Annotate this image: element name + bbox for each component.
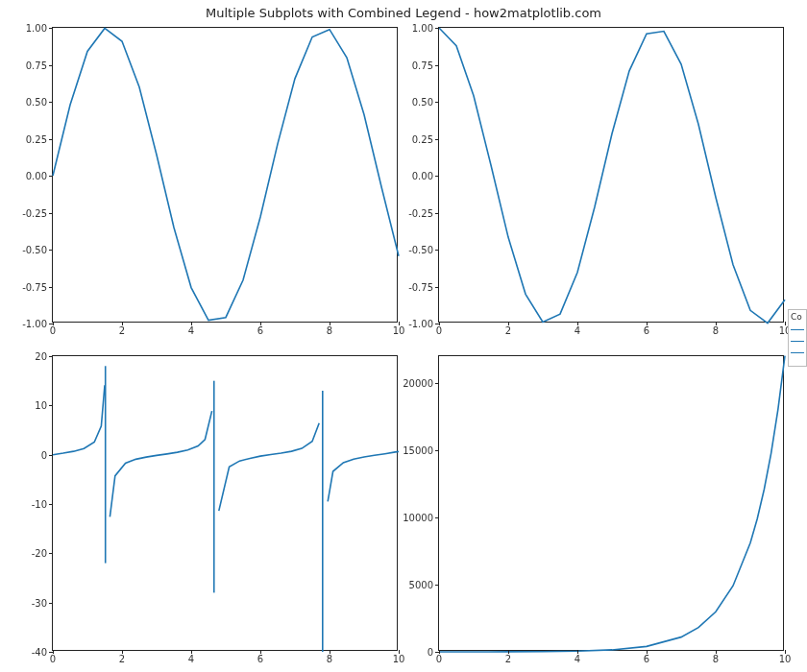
legend-swatch <box>791 329 804 330</box>
x-tick-label: 6 <box>644 654 649 664</box>
y-tick-label: -0.25 <box>408 207 433 218</box>
legend-row <box>791 324 806 335</box>
x-tick-label: 2 <box>119 654 125 664</box>
y-tick-label: 0.25 <box>26 133 47 144</box>
y-tick-label: -1.00 <box>22 319 47 329</box>
y-tick-label: 0 <box>428 647 433 658</box>
x-tick-label: 4 <box>575 325 580 336</box>
y-tick-label: 1.00 <box>412 23 433 34</box>
y-tick-label: -0.25 <box>22 207 47 218</box>
subplot-bottom-right: 024681005000100001500020000 <box>438 355 784 651</box>
y-tick-label: -0.50 <box>22 245 47 255</box>
y-tick-label: 0.00 <box>26 171 47 181</box>
y-tick-label: 10000 <box>403 513 433 523</box>
x-tick-label: 4 <box>575 654 580 664</box>
x-tick-label: 8 <box>327 325 332 336</box>
x-tick-label: 10 <box>393 325 405 336</box>
y-tick-label: 0.50 <box>26 97 47 108</box>
x-tick-label: 8 <box>713 654 719 664</box>
y-tick-label: 5000 <box>409 580 433 590</box>
y-tick-label: 0.75 <box>26 60 47 70</box>
legend-swatch <box>791 341 804 342</box>
y-tick-label: 15000 <box>403 445 433 456</box>
x-tick-label: 2 <box>119 325 125 336</box>
y-tick-label: -0.75 <box>22 281 47 292</box>
legend-swatch <box>791 352 804 353</box>
x-tick-label: 8 <box>327 654 332 664</box>
y-tick-label: -30 <box>32 597 47 608</box>
x-tick-label: 4 <box>188 654 194 664</box>
figure: Multiple Subplots with Combined Legend -… <box>0 0 807 672</box>
x-tick-label: 2 <box>505 654 511 664</box>
x-tick-label: 0 <box>50 325 56 336</box>
x-tick-label: 10 <box>393 654 405 664</box>
legend-title: Co <box>791 312 806 322</box>
y-tick-label: -0.75 <box>408 281 433 292</box>
tan-line <box>53 356 397 650</box>
subplot-top-left: 0246810-1.00-0.75-0.50-0.250.000.250.500… <box>52 27 398 323</box>
y-tick-label: -20 <box>32 548 47 559</box>
y-tick-label: 0.25 <box>412 133 433 144</box>
y-tick-label: 0 <box>41 449 47 460</box>
exp-line <box>439 356 783 650</box>
combined-legend: Co <box>788 309 807 367</box>
legend-row <box>791 347 806 358</box>
y-tick-label: 20000 <box>403 378 433 389</box>
subplot-top-right: 0246810-1.00-0.75-0.50-0.250.000.250.500… <box>438 27 784 323</box>
y-tick-label: -10 <box>32 499 47 510</box>
x-tick-label: 6 <box>644 325 649 336</box>
subplot-bottom-left: 0246810-40-30-20-1001020 <box>52 355 398 651</box>
cos-line <box>439 28 783 322</box>
figure-suptitle: Multiple Subplots with Combined Legend -… <box>0 6 807 20</box>
x-tick-label: 6 <box>257 654 263 664</box>
y-tick-label: 0.50 <box>412 97 433 108</box>
x-tick-label: 8 <box>713 325 719 336</box>
x-tick-label: 0 <box>50 654 56 664</box>
y-tick-label: -0.50 <box>408 245 433 255</box>
x-tick-label: 4 <box>188 325 194 336</box>
x-tick-label: 0 <box>436 325 442 336</box>
y-tick-label: 10 <box>35 400 47 411</box>
x-tick-label: 10 <box>779 654 792 664</box>
sin-line <box>53 28 397 322</box>
y-tick-label: -1.00 <box>408 319 433 329</box>
x-tick-label: 2 <box>505 325 511 336</box>
y-tick-label: 0.00 <box>412 171 433 181</box>
y-tick-label: 0.75 <box>412 60 433 70</box>
x-tick-label: 6 <box>257 325 263 336</box>
y-tick-label: 20 <box>35 351 47 362</box>
legend-row <box>791 335 806 347</box>
y-tick-label: 1.00 <box>26 23 47 34</box>
y-tick-label: -40 <box>32 647 47 658</box>
x-tick-label: 0 <box>436 654 442 664</box>
